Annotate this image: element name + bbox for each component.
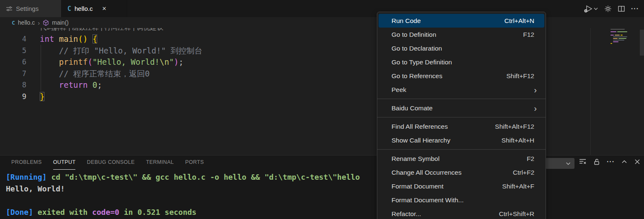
submenu-chevron-icon: › xyxy=(534,105,537,111)
menu-item-refactor[interactable]: Refactor...Ctrl+Shift+R xyxy=(379,207,544,219)
minimap-line xyxy=(611,35,623,36)
code-text: printf("Hello, World!\n"); xyxy=(26,57,183,66)
editor-scrollbar[interactable] xyxy=(640,30,644,56)
chevron-right-icon: › xyxy=(38,19,40,26)
menu-item-shortcut: Shift+F12 xyxy=(506,72,534,80)
line-number: 5 xyxy=(0,45,26,57)
menu-item-find-all-references[interactable]: Find All ReferencesShift+Alt+F12 xyxy=(379,120,544,133)
minimap-line xyxy=(613,40,624,41)
editor-tab-bar: Settings C hello.c ✕ xyxy=(0,0,644,17)
code-line-9[interactable]: 9} xyxy=(0,91,644,103)
line-number: 8 xyxy=(0,79,26,91)
menu-item-show-call-hierarchy[interactable]: Show Call HierarchyShift+Alt+H xyxy=(379,133,544,147)
unlock-icon[interactable] xyxy=(593,158,600,166)
breadcrumb: C hello.c › main() xyxy=(0,17,644,28)
menu-item-shortcut: Ctrl+Alt+N xyxy=(505,17,535,25)
panel-tab-problems[interactable]: PROBLEMS xyxy=(11,155,42,170)
menu-item-format-document-with[interactable]: Format Document With... xyxy=(379,193,544,207)
panel-more-actions-icon[interactable]: ··· xyxy=(607,158,615,166)
menu-item-label: Refactor... xyxy=(392,210,421,218)
minimap-line xyxy=(613,36,627,37)
submenu-chevron-icon: › xyxy=(534,87,537,93)
code-line-8[interactable]: 8 return 0; xyxy=(0,79,644,91)
panel-tab-debug-console[interactable]: DEBUG CONSOLE xyxy=(87,155,134,170)
code-text: // 程序正常结束，返回0 xyxy=(26,69,150,78)
menu-item-label: Go to Type Definition xyxy=(392,59,452,66)
menu-item-label: Peek xyxy=(392,86,406,94)
minimap-line xyxy=(613,38,626,39)
menu-item-shortcut: Shift+Alt+F12 xyxy=(495,123,534,130)
tab-label: Settings xyxy=(16,5,39,12)
close-panel-icon[interactable] xyxy=(634,158,641,165)
chevron-down-icon xyxy=(565,160,571,166)
codelens-actions[interactable]: 代码解释 | 函数注释 | 行间注释 | 调优建议 xyxy=(40,28,163,33)
tab-label: hello.c xyxy=(75,5,93,12)
menu-item-label: Go to References xyxy=(392,72,442,80)
menu-separator xyxy=(377,117,546,117)
output-line xyxy=(6,195,644,206)
breadcrumb-file[interactable]: hello.c xyxy=(18,19,35,26)
menu-item-shortcut: F12 xyxy=(523,31,534,38)
vscode-window: Settings C hello.c ✕ xyxy=(0,0,644,219)
panel-tab-terminal[interactable]: TERMINAL xyxy=(146,155,174,170)
menu-item-label: Go to Declaration xyxy=(392,45,442,52)
breadcrumb-symbol[interactable]: main() xyxy=(52,19,69,26)
menu-item-go-to-type-definition[interactable]: Go to Type Definition xyxy=(379,55,544,69)
menu-separator xyxy=(377,149,546,150)
menu-item-label: Show Call Hierarchy xyxy=(392,137,450,144)
code-line-5[interactable]: 5 // 打印 "Hello, World!" 到控制台 xyxy=(0,45,644,57)
code-line-7[interactable]: 7 // 程序正常结束，返回0 xyxy=(0,68,644,80)
menu-item-label: Go to Definition xyxy=(392,31,436,38)
menu-item-baidu-comate[interactable]: Baidu Comate› xyxy=(379,101,544,115)
menu-item-run-code[interactable]: Run CodeCtrl+Alt+N xyxy=(379,14,544,28)
menu-item-go-to-references[interactable]: Go to ReferencesShift+F12 xyxy=(379,69,544,83)
settings-sliders-icon xyxy=(6,5,13,12)
c-file-icon: C xyxy=(67,5,71,13)
code-line-6[interactable]: 6 printf("Hello, World!\n"); xyxy=(0,56,644,68)
vertical-ruler xyxy=(590,28,591,155)
code-lines: 4int main() {5 // 打印 "Hello, World!" 到控制… xyxy=(0,33,644,102)
menu-item-label: Format Document With... xyxy=(392,196,464,204)
maximize-panel-icon[interactable] xyxy=(621,158,628,165)
line-number: 7 xyxy=(0,68,26,80)
menu-item-go-to-definition[interactable]: Go to DefinitionF12 xyxy=(379,28,544,41)
panel-actions: ··· xyxy=(579,158,641,166)
code-text: int main() { xyxy=(26,34,97,43)
menu-item-label: Find All References xyxy=(392,123,448,130)
minimap-line xyxy=(611,31,627,32)
bottom-panel: PROBLEMSOUTPUTDEBUG CONSOLETERMINALPORTS… xyxy=(0,155,644,219)
code-editor[interactable]: 代码解释 | 函数注释 | 行间注释 | 调优建议 4int main() {5… xyxy=(0,28,644,155)
more-actions-icon[interactable]: ··· xyxy=(631,5,639,13)
tab-hello-c[interactable]: C hello.c ✕ xyxy=(62,0,127,17)
menu-item-shortcut: F2 xyxy=(527,155,534,163)
menu-item-rename-symbol[interactable]: Rename SymbolF2 xyxy=(379,152,544,166)
menu-item-label: Baidu Comate xyxy=(392,104,433,112)
indent-guide xyxy=(41,45,41,91)
split-editor-icon[interactable] xyxy=(618,5,625,13)
minimap-line xyxy=(613,41,618,42)
close-tab-icon[interactable]: ✕ xyxy=(102,5,106,12)
run-or-debug-button[interactable] xyxy=(582,5,598,13)
panel-tab-ports[interactable]: PORTS xyxy=(185,155,204,170)
menu-item-go-to-declaration[interactable]: Go to Declaration xyxy=(379,41,544,55)
output-line: [Done] exited with code=0 in 0.521 secon… xyxy=(6,206,644,218)
line-number: 4 xyxy=(0,33,26,45)
menu-item-label: Run Code xyxy=(392,17,421,25)
menu-separator xyxy=(377,99,546,99)
clear-output-icon[interactable] xyxy=(579,158,587,166)
minimap-line xyxy=(611,43,612,44)
menu-item-shortcut: Shift+Alt+H xyxy=(502,137,534,144)
menu-item-label: Format Document xyxy=(392,183,443,190)
tab-settings[interactable]: Settings xyxy=(0,0,62,17)
menu-item-format-document[interactable]: Format DocumentShift+Alt+F xyxy=(379,179,544,193)
menu-item-shortcut: Ctrl+F2 xyxy=(513,169,534,176)
minimap-line xyxy=(611,29,625,30)
code-line-4[interactable]: 4int main() { xyxy=(0,33,644,45)
menu-item-change-all-occurrences[interactable]: Change All OccurrencesCtrl+F2 xyxy=(379,166,544,179)
output-line: Hello, World! xyxy=(6,183,644,195)
line-number: 6 xyxy=(0,56,26,68)
minimap[interactable] xyxy=(610,29,641,87)
gear-icon[interactable] xyxy=(604,5,612,13)
panel-tab-output[interactable]: OUTPUT xyxy=(53,155,76,170)
menu-item-peek[interactable]: Peek› xyxy=(379,83,544,97)
